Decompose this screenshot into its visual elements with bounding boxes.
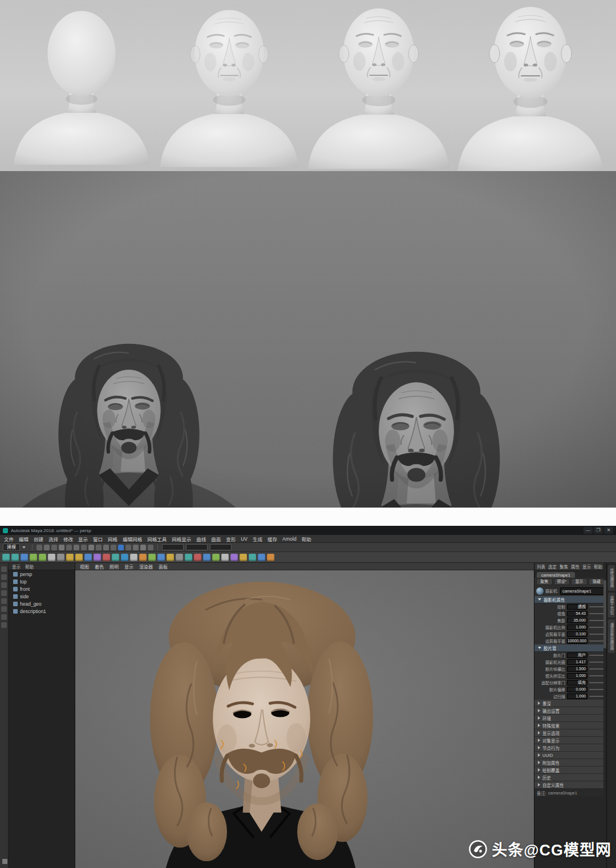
viewport-menu-item[interactable]: 视图 bbox=[80, 563, 89, 570]
node-name-field[interactable]: cameraShape1 bbox=[560, 587, 605, 595]
shelf-tool-icon[interactable] bbox=[221, 554, 229, 561]
viewport-menu-item[interactable]: 照明 bbox=[110, 563, 119, 570]
shelf-tool-icon[interactable] bbox=[84, 554, 92, 561]
section-header-film-back[interactable]: 胶片背 bbox=[534, 644, 606, 652]
menu-item[interactable]: 窗口 bbox=[93, 536, 103, 542]
shelf-tool-icon[interactable] bbox=[112, 554, 119, 561]
shelf-tool-icon[interactable] bbox=[148, 554, 156, 561]
attribute-value-field[interactable]: 填充 bbox=[567, 680, 587, 686]
collapsed-section[interactable]: 景深 bbox=[534, 700, 606, 707]
status-icon[interactable] bbox=[37, 545, 42, 550]
attribute-slider[interactable] bbox=[589, 662, 604, 663]
menu-item[interactable]: 帮助 bbox=[302, 536, 311, 542]
attribute-slider[interactable] bbox=[589, 689, 604, 690]
status-icon[interactable] bbox=[103, 545, 109, 550]
outliner-item[interactable]: head_geo bbox=[9, 600, 75, 607]
collapsed-section[interactable]: 历史 bbox=[534, 774, 606, 781]
status-icon[interactable] bbox=[74, 545, 79, 550]
shelf-tool-icon[interactable] bbox=[11, 554, 19, 561]
shelf-tool-icon[interactable] bbox=[194, 554, 201, 561]
close-button[interactable]: ✕ bbox=[604, 527, 613, 534]
section-header-camera-attributes[interactable]: 摄影机属性 bbox=[534, 596, 606, 603]
shelf-tool-icon[interactable] bbox=[57, 554, 64, 561]
attribute-value-field[interactable]: 1.000 bbox=[567, 693, 587, 699]
status-icon[interactable] bbox=[118, 545, 124, 550]
attribute-editor-menu-item[interactable]: 聚焦 bbox=[560, 563, 568, 570]
attribute-slider[interactable] bbox=[589, 620, 604, 621]
shelf-tool-icon[interactable] bbox=[203, 554, 210, 561]
shelf-tool-icon[interactable] bbox=[103, 554, 110, 561]
attribute-slider[interactable] bbox=[589, 655, 604, 656]
collapsed-section[interactable]: 输出设置 bbox=[534, 707, 606, 715]
viewport-menu-item[interactable]: 渲染器 bbox=[139, 563, 153, 570]
status-icon[interactable] bbox=[111, 545, 116, 550]
ae-action-button[interactable]: 显示 bbox=[571, 578, 587, 585]
viewport-menu-item[interactable]: 着色 bbox=[95, 563, 104, 570]
shelf-tool-icon[interactable] bbox=[30, 554, 37, 561]
toolbox-tool-icon[interactable] bbox=[1, 566, 7, 572]
menu-item[interactable]: 网格工具 bbox=[147, 536, 167, 542]
outliner-item[interactable]: top bbox=[9, 578, 75, 585]
attribute-editor-menu-item[interactable]: 列表 bbox=[537, 563, 545, 570]
shelf-tool-icon[interactable] bbox=[94, 554, 101, 561]
menuset-dropdown[interactable]: 建模 bbox=[3, 543, 20, 551]
toolbox-tool-icon[interactable] bbox=[1, 590, 7, 596]
status-icon[interactable] bbox=[44, 545, 50, 550]
collapsed-section[interactable]: UUID bbox=[534, 752, 606, 759]
shelf-tool-icon[interactable] bbox=[2, 554, 10, 561]
attribute-slider[interactable] bbox=[589, 696, 604, 697]
attribute-editor-menu-item[interactable]: 属性 bbox=[571, 563, 579, 570]
menu-item[interactable]: 变形 bbox=[226, 536, 236, 542]
attribute-slider[interactable] bbox=[589, 606, 604, 607]
collapsed-section[interactable]: 特殊效果 bbox=[534, 722, 606, 729]
shelf-tool-icon[interactable] bbox=[267, 554, 274, 561]
outliner-item[interactable]: front bbox=[9, 585, 75, 593]
attribute-value-field[interactable]: 1.417 bbox=[567, 659, 587, 665]
attribute-editor-scrollbar[interactable] bbox=[603, 563, 606, 868]
toolbox-tool-icon[interactable] bbox=[1, 574, 7, 580]
status-icon[interactable] bbox=[125, 545, 131, 550]
shelf-tool-icon[interactable] bbox=[167, 554, 174, 561]
status-icon[interactable] bbox=[148, 545, 153, 550]
menu-item[interactable]: 创建 bbox=[34, 536, 43, 542]
outliner-item[interactable]: description1 bbox=[9, 607, 75, 615]
shelf-tool-icon[interactable] bbox=[212, 554, 220, 561]
menu-item[interactable]: 显示 bbox=[78, 536, 88, 542]
shelf-tool-icon[interactable] bbox=[39, 554, 46, 561]
collapsed-section[interactable]: 附加属性 bbox=[534, 759, 606, 766]
menu-item[interactable]: 文件 bbox=[4, 536, 14, 542]
node-tab[interactable]: cameraShape1 bbox=[537, 572, 575, 578]
menu-item[interactable]: 修改 bbox=[63, 536, 73, 542]
attribute-value-field[interactable]: 35.000 bbox=[567, 618, 587, 623]
shelf-tool-icon[interactable] bbox=[139, 554, 147, 561]
panel-dock-tab[interactable]: 通道盒/层编辑器 bbox=[608, 619, 615, 653]
maximize-button[interactable]: ❐ bbox=[594, 527, 603, 534]
toolbox-tool-icon[interactable] bbox=[1, 614, 7, 620]
collapsed-section[interactable]: 环境 bbox=[534, 715, 606, 722]
menu-item[interactable]: 缓存 bbox=[268, 536, 277, 542]
toolbox-tool-icon[interactable] bbox=[1, 598, 7, 604]
outliner-item[interactable]: persp bbox=[9, 570, 75, 578]
menu-item[interactable]: 网格显示 bbox=[172, 536, 191, 542]
shelf-tool-icon[interactable] bbox=[258, 554, 265, 561]
menu-item[interactable]: 选择 bbox=[48, 536, 58, 542]
menu-item[interactable]: UV bbox=[241, 536, 248, 542]
attribute-value-field[interactable]: 0.100 bbox=[567, 631, 587, 637]
shelf-tool-icon[interactable] bbox=[75, 554, 83, 561]
coordinate-field[interactable] bbox=[210, 544, 232, 550]
attribute-slider[interactable] bbox=[589, 682, 604, 683]
menu-item[interactable]: Arnold bbox=[282, 536, 297, 542]
menu-item[interactable]: 编辑网格 bbox=[123, 536, 142, 542]
shelf-tool-icon[interactable] bbox=[249, 554, 256, 561]
collapsed-section[interactable]: 自定义属性 bbox=[534, 781, 606, 789]
status-icon[interactable] bbox=[88, 545, 94, 550]
attribute-slider[interactable] bbox=[589, 634, 604, 635]
status-icon[interactable] bbox=[140, 545, 146, 550]
attribute-slider[interactable] bbox=[589, 668, 604, 670]
attribute-value-field[interactable]: 10000.000 bbox=[567, 638, 587, 644]
panel-dock-tab[interactable]: 建模工具包 bbox=[608, 593, 615, 618]
coordinate-field[interactable] bbox=[186, 544, 208, 550]
toolbox-tool-icon[interactable] bbox=[1, 606, 7, 612]
ae-action-button[interactable]: 隐藏 bbox=[589, 578, 605, 585]
attribute-value-field[interactable]: 用户 bbox=[567, 652, 587, 658]
